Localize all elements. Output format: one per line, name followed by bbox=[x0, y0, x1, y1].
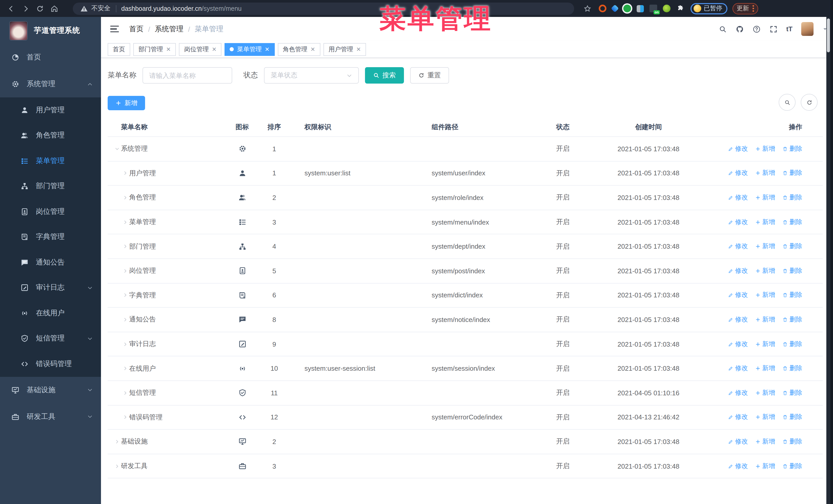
tag-0[interactable]: 首页 bbox=[108, 43, 130, 56]
add-link[interactable]: 新增 bbox=[755, 242, 775, 251]
sidebar-item-4[interactable]: 菜单管理 bbox=[0, 148, 101, 173]
extension-icon[interactable] bbox=[599, 5, 606, 12]
edit-link[interactable]: 修改 bbox=[728, 267, 748, 275]
table-row[interactable]: 字典管理 6 system/dict/index 开启 2021-01-05 1… bbox=[108, 283, 823, 308]
add-link[interactable]: 新增 bbox=[755, 218, 775, 226]
sidebar-item-14[interactable]: 研发工具 bbox=[0, 403, 101, 430]
extension-icon[interactable] bbox=[611, 4, 619, 12]
expand-arrow-down-icon[interactable] bbox=[113, 146, 121, 152]
menu-name-input[interactable] bbox=[143, 67, 232, 83]
table-row[interactable]: 研发工具 3 开启 2021-01-05 17:03:48 修改 新增 删除 bbox=[108, 454, 823, 478]
font-size-icon[interactable]: tT bbox=[786, 25, 792, 33]
fullscreen-icon[interactable] bbox=[769, 25, 777, 33]
app-logo-row[interactable]: 芋道管理系统 bbox=[0, 17, 101, 44]
address-bar[interactable]: 不安全 dashboard.yudao.iocoder.cn /system/m… bbox=[73, 2, 574, 15]
edit-link[interactable]: 修改 bbox=[728, 413, 748, 422]
add-button[interactable]: 新增 bbox=[108, 96, 145, 110]
sidebar-item-5[interactable]: 部门管理 bbox=[0, 173, 101, 199]
add-link[interactable]: 新增 bbox=[755, 437, 775, 446]
delete-link[interactable]: 删除 bbox=[782, 242, 802, 251]
table-row[interactable]: 在线用户 10 system:user-session:list system/… bbox=[108, 357, 823, 381]
expand-arrow-right-icon[interactable] bbox=[121, 292, 129, 298]
sidebar-item-6[interactable]: 岗位管理 bbox=[0, 199, 101, 224]
browser-update-button[interactable]: 更新 bbox=[733, 3, 758, 14]
table-row[interactable]: 审计日志 9 开启 2021-01-05 17:03:48 修改 新增 删除 bbox=[108, 332, 823, 357]
table-row[interactable]: 岗位管理 5 system/post/index 开启 2021-01-05 1… bbox=[108, 259, 823, 283]
sidebar-item-11[interactable]: 短信管理 bbox=[0, 326, 101, 351]
forward-icon[interactable] bbox=[22, 4, 30, 13]
search-button[interactable]: 搜索 bbox=[365, 67, 404, 83]
edit-link[interactable]: 修改 bbox=[728, 145, 748, 153]
close-icon[interactable]: ✕ bbox=[166, 46, 171, 52]
table-row[interactable]: 系统管理 1 开启 2021-01-05 17:03:48 修改 新增 删除 bbox=[108, 137, 823, 161]
close-icon[interactable]: ✕ bbox=[356, 46, 361, 52]
delete-link[interactable]: 删除 bbox=[782, 291, 802, 300]
browser-profile-badge[interactable]: 已暂停 bbox=[690, 3, 728, 14]
bookmark-star-icon[interactable] bbox=[584, 4, 592, 13]
edit-link[interactable]: 修改 bbox=[728, 315, 748, 324]
add-link[interactable]: 新增 bbox=[755, 169, 775, 178]
sidebar-item-0[interactable]: 首页 bbox=[0, 44, 101, 71]
delete-link[interactable]: 删除 bbox=[782, 169, 802, 178]
delete-link[interactable]: 删除 bbox=[782, 193, 802, 202]
back-icon[interactable] bbox=[7, 4, 15, 13]
extension-icon[interactable] bbox=[623, 5, 631, 12]
edit-link[interactable]: 修改 bbox=[728, 242, 748, 251]
sidebar-item-3[interactable]: 角色管理 bbox=[0, 123, 101, 148]
hamburger-icon[interactable] bbox=[107, 22, 122, 35]
edit-link[interactable]: 修改 bbox=[728, 340, 748, 349]
sidebar-item-7[interactable]: 字典管理 bbox=[0, 224, 101, 250]
delete-link[interactable]: 删除 bbox=[782, 437, 802, 446]
browser-menu-icon[interactable] bbox=[753, 5, 754, 12]
expand-arrow-right-icon[interactable] bbox=[121, 414, 129, 420]
expand-arrow-right-icon[interactable] bbox=[121, 243, 129, 249]
tag-3[interactable]: 菜单管理 ✕ bbox=[225, 43, 275, 56]
delete-link[interactable]: 删除 bbox=[782, 364, 802, 373]
github-icon[interactable] bbox=[735, 25, 743, 33]
table-row[interactable]: 短信管理 11 开启 2021-04-05 01:10:16 修改 新增 删除 bbox=[108, 381, 823, 405]
expand-arrow-right-icon[interactable] bbox=[121, 341, 129, 347]
reload-icon[interactable] bbox=[36, 4, 44, 13]
table-row[interactable]: 错误码管理 12 system/errorCode/index 开启 2021-… bbox=[108, 405, 823, 430]
extension-icon[interactable] bbox=[637, 5, 644, 12]
extension-icon[interactable]: on bbox=[649, 5, 657, 12]
close-icon[interactable]: ✕ bbox=[265, 46, 269, 52]
delete-link[interactable]: 删除 bbox=[782, 413, 802, 422]
add-link[interactable]: 新增 bbox=[755, 193, 775, 202]
sidebar-item-9[interactable]: 审计日志 bbox=[0, 275, 101, 301]
tag-1[interactable]: 部门管理 ✕ bbox=[133, 43, 176, 56]
edit-link[interactable]: 修改 bbox=[728, 437, 748, 446]
tag-5[interactable]: 用户管理 ✕ bbox=[324, 43, 366, 56]
sidebar-item-2[interactable]: 用户管理 bbox=[0, 97, 101, 123]
table-row[interactable]: 通知公告 8 system/notice/index 开启 2021-01-05… bbox=[108, 308, 823, 332]
home-icon[interactable] bbox=[50, 4, 58, 13]
delete-link[interactable]: 删除 bbox=[782, 388, 802, 397]
reset-button[interactable]: 重置 bbox=[410, 67, 449, 83]
delete-link[interactable]: 删除 bbox=[782, 218, 802, 226]
avatar[interactable] bbox=[801, 22, 813, 36]
edit-link[interactable]: 修改 bbox=[728, 169, 748, 178]
delete-link[interactable]: 删除 bbox=[782, 145, 802, 153]
add-link[interactable]: 新增 bbox=[755, 364, 775, 373]
sidebar-item-1[interactable]: 系统管理 bbox=[0, 71, 101, 97]
expand-arrow-right-icon[interactable] bbox=[113, 439, 121, 445]
scrollbar-thumb[interactable] bbox=[827, 19, 830, 52]
expand-arrow-right-icon[interactable] bbox=[121, 390, 129, 395]
table-row[interactable]: 菜单管理 3 system/menu/index 开启 2021-01-05 1… bbox=[108, 210, 823, 235]
expand-arrow-right-icon[interactable] bbox=[121, 170, 129, 176]
expand-arrow-right-icon[interactable] bbox=[121, 268, 129, 274]
edit-link[interactable]: 修改 bbox=[728, 193, 748, 202]
expand-arrow-right-icon[interactable] bbox=[121, 317, 129, 322]
table-row[interactable]: 基础设施 2 开启 2021-01-05 17:03:48 修改 新增 删除 bbox=[108, 430, 823, 454]
sidebar-item-13[interactable]: 基础设施 bbox=[0, 377, 101, 403]
delete-link[interactable]: 删除 bbox=[782, 315, 802, 324]
edit-link[interactable]: 修改 bbox=[728, 218, 748, 226]
help-icon[interactable] bbox=[752, 25, 760, 33]
add-link[interactable]: 新增 bbox=[755, 145, 775, 153]
sidebar-item-12[interactable]: 错误码管理 bbox=[0, 351, 101, 377]
edit-link[interactable]: 修改 bbox=[728, 462, 748, 471]
sidebar-item-10[interactable]: 在线用户 bbox=[0, 301, 101, 326]
page-scrollbar[interactable] bbox=[826, 17, 830, 504]
add-link[interactable]: 新增 bbox=[755, 388, 775, 397]
add-link[interactable]: 新增 bbox=[755, 462, 775, 471]
